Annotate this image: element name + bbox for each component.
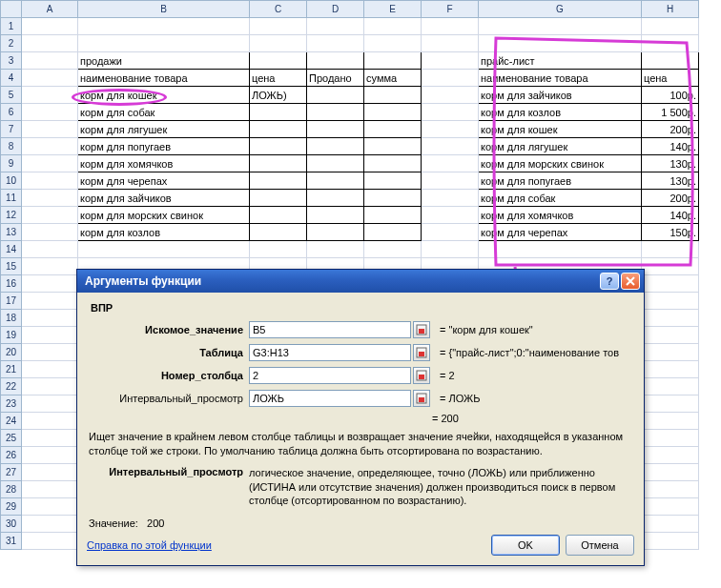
cell-H12[interactable]: 140р. xyxy=(642,207,699,224)
col-G[interactable]: G xyxy=(479,1,642,18)
cell-D4[interactable]: Продано xyxy=(307,70,364,87)
cell-G10[interactable]: корм для попугаев xyxy=(479,172,642,190)
cell-G13[interactable]: корм для черепах xyxy=(479,224,642,241)
ok-button[interactable]: OK xyxy=(491,535,560,556)
col-D[interactable]: D xyxy=(307,1,364,18)
arg2-eval: = {"прайс-лист";0:"наименование тов xyxy=(440,347,634,358)
dialog-title: Аргументы функции xyxy=(85,274,201,288)
row-12[interactable]: 12 xyxy=(1,207,22,224)
row-4[interactable]: 4 xyxy=(1,70,22,87)
row-14[interactable]: 14 xyxy=(1,241,22,258)
arg-desc-label: Интервальный_просмотр xyxy=(89,466,249,509)
arg1-input[interactable] xyxy=(249,321,411,338)
row-5[interactable]: 5 xyxy=(1,87,22,104)
cell-B5[interactable]: корм для кошек xyxy=(78,87,250,104)
row-7[interactable]: 7 xyxy=(1,121,22,138)
cell-G4[interactable]: наименование товара xyxy=(479,70,642,87)
cell-G3[interactable]: прайс-лист xyxy=(479,52,642,70)
cell-H7[interactable]: 200р. xyxy=(642,121,699,138)
arg1-eval: = "корм для кошек" xyxy=(440,324,634,335)
cell-E4[interactable]: сумма xyxy=(364,70,422,87)
svg-rect-7 xyxy=(419,397,424,402)
svg-rect-3 xyxy=(419,352,424,356)
cell-H11[interactable]: 200р. xyxy=(642,190,699,207)
cell-H13[interactable]: 150р. xyxy=(642,224,699,241)
cell-H6[interactable]: 1 500р. xyxy=(642,104,699,121)
col-H[interactable]: H xyxy=(642,1,699,18)
formula-result-preview: = 200 xyxy=(432,413,459,424)
collapse-dialog-icon xyxy=(416,347,427,358)
arg3-input[interactable] xyxy=(249,367,411,384)
cell-B13[interactable]: корм для козлов xyxy=(78,224,250,241)
arg3-ref-button[interactable] xyxy=(413,367,430,384)
cell-B12[interactable]: корм для морских свинок xyxy=(78,207,250,224)
collapse-dialog-icon xyxy=(416,324,427,335)
arg4-eval: = ЛОЖЬ xyxy=(440,393,634,404)
function-name: ВПР xyxy=(91,302,634,314)
function-arguments-dialog: Аргументы функции ? ВПР Искомое_значение… xyxy=(76,269,645,566)
arg1-ref-button[interactable] xyxy=(413,321,430,338)
help-link[interactable]: Справка по этой функции xyxy=(87,539,212,551)
arg1-label: Искомое_значение xyxy=(87,324,249,335)
row-10[interactable]: 10 xyxy=(1,172,22,190)
svg-rect-5 xyxy=(419,375,424,379)
col-A[interactable]: A xyxy=(22,1,78,18)
arg2-input[interactable] xyxy=(249,344,411,361)
cell-C4[interactable]: цена xyxy=(250,70,307,87)
row-9[interactable]: 9 xyxy=(1,155,22,172)
row-2[interactable]: 2 xyxy=(1,35,22,52)
arg3-label: Номер_столбца xyxy=(87,370,249,381)
cell-G8[interactable]: корм для лягушек xyxy=(479,138,642,155)
cell-H5[interactable]: 100р. xyxy=(642,87,699,104)
cell-H9[interactable]: 130р. xyxy=(642,155,699,172)
cell-C5[interactable]: ЛОЖЬ) xyxy=(250,87,307,104)
col-C[interactable]: C xyxy=(250,1,307,18)
function-description: Ищет значение в крайнем левом столбце та… xyxy=(89,430,632,458)
col-F[interactable]: F xyxy=(422,1,479,18)
cell-G12[interactable]: корм для хомячков xyxy=(479,207,642,224)
value-label: Значение: xyxy=(89,517,138,529)
close-icon xyxy=(626,276,635,286)
close-button[interactable] xyxy=(621,273,640,290)
value-result: 200 xyxy=(147,517,164,529)
cell-B3[interactable]: продажи xyxy=(78,52,250,70)
cancel-button[interactable]: Отмена xyxy=(566,535,634,556)
cell-G5[interactable]: корм для зайчиков xyxy=(479,87,642,104)
row-11[interactable]: 11 xyxy=(1,190,22,207)
cell-H4[interactable]: цена xyxy=(642,70,699,87)
cell-H8[interactable]: 140р. xyxy=(642,138,699,155)
arg4-label: Интервальный_просмотр xyxy=(87,393,249,404)
row-8[interactable]: 8 xyxy=(1,138,22,155)
row-13[interactable]: 13 xyxy=(1,224,22,241)
cell-B9[interactable]: корм для хомячков xyxy=(78,155,250,172)
dialog-titlebar[interactable]: Аргументы функции ? xyxy=(77,270,644,293)
cell-B11[interactable]: корм для зайчиков xyxy=(78,190,250,207)
cell-B4[interactable]: наименование товара xyxy=(78,70,250,87)
cell-H10[interactable]: 130р. xyxy=(642,172,699,190)
cell-G9[interactable]: корм для морских свинок xyxy=(479,155,642,172)
cell-G11[interactable]: корм для собак xyxy=(479,190,642,207)
collapse-dialog-icon xyxy=(416,370,427,381)
cell-G7[interactable]: корм для кошек xyxy=(479,121,642,138)
arg2-label: Таблица xyxy=(87,347,249,358)
col-header-row[interactable]: A B C D E F G H xyxy=(1,1,699,18)
arg2-ref-button[interactable] xyxy=(413,344,430,361)
row-3[interactable]: 3 xyxy=(1,52,22,70)
arg3-eval: = 2 xyxy=(440,370,634,381)
select-all[interactable] xyxy=(1,1,22,18)
cell-B8[interactable]: корм для попугаев xyxy=(78,138,250,155)
cell-G6[interactable]: корм для козлов xyxy=(479,104,642,121)
svg-rect-1 xyxy=(419,329,424,334)
cell-B10[interactable]: корм для черепах xyxy=(78,172,250,190)
collapse-dialog-icon xyxy=(416,393,427,404)
help-button[interactable]: ? xyxy=(600,273,619,290)
col-E[interactable]: E xyxy=(364,1,422,18)
arg4-ref-button[interactable] xyxy=(413,390,430,407)
cell-B7[interactable]: корм для лягушек xyxy=(78,121,250,138)
cell-B6[interactable]: корм для собак xyxy=(78,104,250,121)
col-B[interactable]: B xyxy=(78,1,250,18)
arg4-input[interactable] xyxy=(249,390,411,407)
row-6[interactable]: 6 xyxy=(1,104,22,121)
row-1[interactable]: 1 xyxy=(1,18,22,35)
arg-desc-text: логическое значение, определяющее, точно… xyxy=(249,466,632,509)
